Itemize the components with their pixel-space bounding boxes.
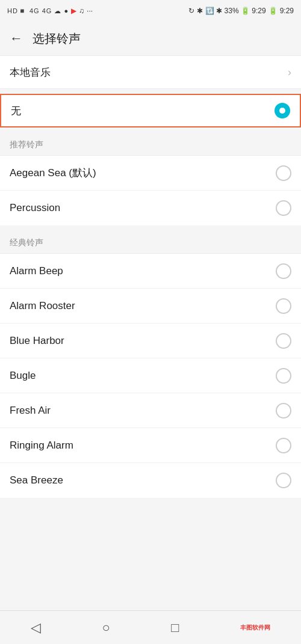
recommended-section-label: 推荐铃声 [0, 132, 301, 155]
sync-icon: ↻ [188, 7, 194, 15]
time: 9:29 [280, 7, 294, 15]
header: ← 选择铃声 [0, 22, 301, 55]
radio-button[interactable] [276, 200, 291, 216]
status-bar: HD◾ 4G 4G ☁ ● ▶ ♫ ··· ↻ ✱ 🔃 ✱ 33% 🔋 9:29… [0, 0, 301, 22]
ringtone-name: Blue Harbor [10, 335, 64, 347]
ringtone-name: Alarm Beep [10, 265, 63, 277]
more-dots: ··· [87, 7, 93, 15]
app-icons: ▶ [71, 7, 76, 15]
list-item[interactable]: Fresh Air [0, 393, 301, 428]
nav-recent-button[interactable]: □ [171, 620, 179, 636]
radio-button[interactable] [276, 473, 291, 488]
status-bar-right: ↻ ✱ 🔃 ✱ 33% 🔋 9:29 🔋 9:29 [188, 7, 294, 15]
nav-bar: ◁ ○ □ 丰图软件网 [0, 610, 301, 644]
radio-button[interactable] [276, 403, 291, 419]
battery-percent: 🔃 ✱ 33% 🔋 9:29 [205, 7, 266, 15]
no-sound-label: 无 [11, 104, 21, 118]
radio-button[interactable] [276, 263, 291, 279]
status-bar-left: HD◾ 4G 4G ☁ ● ▶ ♫ ··· [7, 7, 93, 15]
list-item[interactable]: Bugle [0, 358, 301, 393]
classic-section-label: 经典铃声 [0, 230, 301, 253]
ringtone-name: Ringing Alarm [10, 440, 73, 452]
bottom-padding [0, 498, 301, 534]
ringtone-name: Aegean Sea (默认) [10, 166, 96, 180]
local-music-label: 本地音乐 [10, 66, 51, 79]
radio-button[interactable] [276, 438, 291, 453]
section-gap [0, 225, 301, 230]
radio-button[interactable] [276, 298, 291, 314]
ringtone-name: Fresh Air [10, 405, 51, 417]
chevron-right-icon: › [288, 66, 291, 79]
classic-list: Alarm Beep Alarm Rooster Blue Harbor Bug… [0, 253, 301, 498]
list-item[interactable]: Alarm Beep [0, 254, 301, 289]
radio-button[interactable] [276, 165, 291, 181]
list-item[interactable]: Sea Breeze [0, 463, 301, 498]
nav-home-button[interactable]: ○ [102, 620, 110, 636]
local-music-row[interactable]: 本地音乐 › [0, 55, 301, 89]
status-icons-left: HD◾ 4G 4G ☁ ● [7, 7, 69, 15]
watermark-logo: 丰图软件网 [240, 624, 270, 632]
no-sound-row[interactable]: 无 [0, 94, 301, 127]
list-item[interactable]: Alarm Rooster [0, 289, 301, 324]
tiktok-icon: ♫ [79, 7, 84, 15]
content-area: 本地音乐 › 无 推荐铃声 Aegean Sea (默认) Percussion… [0, 55, 301, 644]
recommended-list: Aegean Sea (默认) Percussion [0, 155, 301, 225]
list-item[interactable]: Percussion [0, 191, 301, 225]
ringtone-name: Alarm Rooster [10, 300, 75, 312]
battery-icon: 🔋 [268, 7, 278, 15]
radio-selected-indicator [275, 103, 290, 118]
radio-button[interactable] [276, 333, 291, 349]
ringtone-name: Sea Breeze [10, 474, 63, 486]
back-button[interactable]: ← [10, 31, 23, 46]
ringtone-name: Percussion [10, 202, 60, 214]
radio-button[interactable] [276, 368, 291, 384]
nav-back-button[interactable]: ◁ [31, 620, 41, 636]
ringtone-name: Bugle [10, 370, 36, 382]
list-item[interactable]: Aegean Sea (默认) [0, 156, 301, 191]
page-title: 选择铃声 [33, 31, 81, 47]
list-item[interactable]: Blue Harbor [0, 324, 301, 358]
bluetooth-icon: ✱ [197, 7, 203, 15]
list-item[interactable]: Ringing Alarm [0, 428, 301, 463]
